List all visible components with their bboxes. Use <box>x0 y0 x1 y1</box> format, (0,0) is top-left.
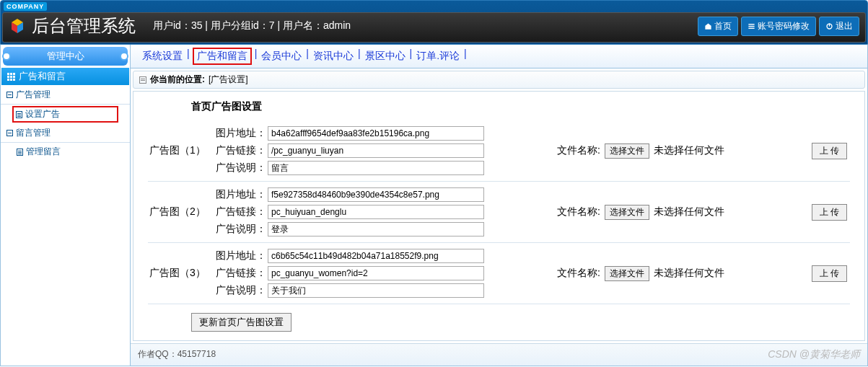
nav-member[interactable]: 会员中心 <box>260 48 303 65</box>
breadcrumb-icon <box>139 76 146 84</box>
sidebar-item-manage-msg[interactable]: 管理留言 <box>1 143 130 161</box>
grid-icon <box>7 73 15 81</box>
header: COMPANY 后台管理系统 用户id：35 | 用户分组id：7 | 用户名：… <box>0 0 868 45</box>
nav-sep: | <box>358 48 361 65</box>
nav-sep: | <box>255 48 258 65</box>
field-row-link: 广告链接： <box>216 266 484 280</box>
sidebar-group-label: 留言管理 <box>16 127 51 139</box>
ad-block: 广告图（2） 图片地址： 广告链接： 广告说明： 文件名称: 选择文件 未选择任… <box>148 182 850 243</box>
sidebar-group-msg[interactable]: 留言管理 <box>1 124 130 143</box>
doc-icon <box>17 149 23 156</box>
home-label: 首页 <box>714 20 732 32</box>
home-icon <box>704 22 712 30</box>
field-row-img: 图片地址： <box>216 187 484 202</box>
main: 系统设置| 广告和留言| 会员中心| 资讯中心| 景区中心| 订单.评论| 你当… <box>131 45 867 366</box>
field-row-desc: 广告说明： <box>216 283 484 298</box>
field-label: 广告说明： <box>216 223 263 236</box>
nav-sep: | <box>306 48 309 65</box>
field-row-img: 图片地址： <box>216 249 484 263</box>
file-area: 文件名称: 选择文件 未选择任何文件 <box>557 205 739 220</box>
sidebar: 管理中心 广告和留言 广告管理 设置广告 留言管理 管理留言 <box>1 45 131 366</box>
file-area: 文件名称: 选择文件 未选择任何文件 <box>557 266 739 281</box>
field-label: 图片地址： <box>216 127 263 140</box>
desc-input[interactable] <box>268 283 484 298</box>
field-label: 图片地址： <box>216 188 263 201</box>
upload-button[interactable]: 上 传 <box>812 265 847 282</box>
field-row-img: 图片地址： <box>216 126 484 141</box>
nav-news[interactable]: 资讯中心 <box>312 48 355 65</box>
svg-rect-4 <box>748 25 754 26</box>
nav-sep: | <box>464 48 467 65</box>
link-input[interactable] <box>268 205 484 219</box>
sidebar-section-label: 广告和留言 <box>19 70 66 83</box>
ad-block: 广告图（3） 图片地址： 广告链接： 广告说明： 文件名称: 选择文件 未选择任… <box>148 243 850 304</box>
upload-button[interactable]: 上 传 <box>812 143 847 159</box>
field-label: 广告链接： <box>216 144 263 157</box>
svg-rect-3 <box>748 24 754 25</box>
choose-file-button[interactable]: 选择文件 <box>605 143 649 159</box>
submit-button[interactable]: 更新首页广告图设置 <box>191 313 291 332</box>
header-main: 后台管理系统 用户id：35 | 用户分组id：7 | 用户名：admin 首页… <box>2 12 866 43</box>
system-title: 后台管理系统 <box>32 14 136 37</box>
upload-button[interactable]: 上 传 <box>812 204 847 221</box>
page-title: 首页广告图设置 <box>148 97 850 120</box>
file-area: 文件名称: 选择文件 未选择任何文件 <box>557 143 739 159</box>
user-info: 用户id：35 | 用户分组id：7 | 用户名：admin <box>153 19 698 32</box>
nav-ad-msg[interactable]: 广告和留言 <box>193 48 252 65</box>
top-links: 首页 账号密码修改 退出 <box>698 17 859 36</box>
ad-block: 广告图（1） 图片地址： 广告链接： 广告说明： 文件名称: 选择文件 未选择任… <box>148 120 850 182</box>
company-badge: COMPANY <box>4 2 47 11</box>
choose-file-button[interactable]: 选择文件 <box>605 266 649 281</box>
sidebar-group-ad[interactable]: 广告管理 <box>1 86 130 105</box>
field-row-desc: 广告说明： <box>216 222 484 236</box>
breadcrumb-prefix: 你当前的位置: <box>150 74 205 86</box>
submit-row: 更新首页广告图设置 <box>148 304 850 335</box>
breadcrumb: 你当前的位置: [广告设置] <box>133 71 865 89</box>
sidebar-section[interactable]: 广告和留言 <box>1 68 129 85</box>
list-icon <box>748 22 755 30</box>
sidebar-center-title: 管理中心 <box>3 47 128 66</box>
ad-fields: 图片地址： 广告链接： 广告说明： <box>216 249 484 298</box>
footer-author: 作者QQ：45157718 <box>138 348 216 361</box>
footer-watermark: CSDN @黄菊华老师 <box>768 348 860 361</box>
square-icon <box>6 92 13 98</box>
logo-icon <box>9 17 26 35</box>
logout-label: 退出 <box>836 20 853 32</box>
svg-rect-5 <box>748 27 754 28</box>
topnav: 系统设置| 广告和留言| 会员中心| 资讯中心| 景区中心| 订单.评论| <box>131 45 867 68</box>
logout-link[interactable]: 退出 <box>819 17 859 36</box>
field-row-link: 广告链接： <box>216 143 484 158</box>
field-row-link: 广告链接： <box>216 205 484 219</box>
file-label: 文件名称: <box>557 205 600 218</box>
square-icon <box>6 130 13 136</box>
ad-fields: 图片地址： 广告链接： 广告说明： <box>216 187 484 236</box>
content: 首页广告图设置 广告图（1） 图片地址： 广告链接： 广告说明： 文件名称: 选… <box>133 91 865 341</box>
ad-label: 广告图（1） <box>148 144 207 157</box>
img-input[interactable] <box>268 126 484 141</box>
choose-file-button[interactable]: 选择文件 <box>605 205 649 220</box>
img-input[interactable] <box>268 249 484 263</box>
doc-icon <box>16 111 22 118</box>
ad-label: 广告图（2） <box>148 205 207 218</box>
desc-input[interactable] <box>268 161 484 175</box>
svg-rect-7 <box>829 23 830 26</box>
nav-system[interactable]: 系统设置 <box>141 48 184 65</box>
password-label: 账号密码修改 <box>758 20 810 32</box>
nav-order[interactable]: 订单.评论 <box>415 48 461 65</box>
file-label: 文件名称: <box>557 144 600 157</box>
field-label: 广告说明： <box>216 162 263 174</box>
sidebar-item-set-ad[interactable]: 设置广告 <box>12 106 118 123</box>
desc-input[interactable] <box>268 222 484 236</box>
password-link[interactable]: 账号密码修改 <box>741 17 816 36</box>
nav-scenic[interactable]: 景区中心 <box>364 48 407 65</box>
sidebar-item-label: 管理留言 <box>26 146 61 158</box>
ad-label: 广告图（3） <box>148 267 207 280</box>
breadcrumb-current: [广告设置] <box>209 74 248 86</box>
img-input[interactable] <box>268 187 484 202</box>
field-label: 图片地址： <box>216 249 263 262</box>
link-input[interactable] <box>268 266 484 280</box>
field-label: 广告链接： <box>216 205 263 218</box>
home-link[interactable]: 首页 <box>698 17 738 36</box>
link-input[interactable] <box>268 143 484 158</box>
file-label: 文件名称: <box>557 267 600 280</box>
